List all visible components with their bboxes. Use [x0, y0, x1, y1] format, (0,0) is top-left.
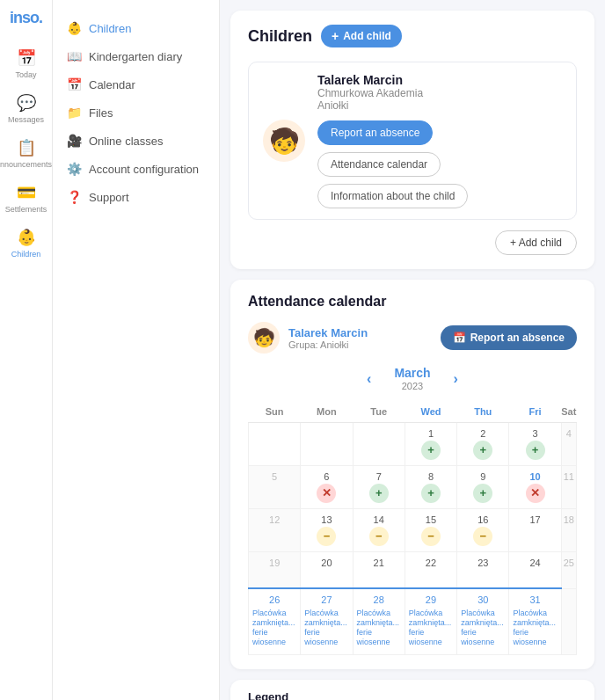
calendar-cell-r3c1: 20	[301, 551, 353, 588]
add-child-label: Add child	[343, 30, 391, 42]
report-absence-calendar-button[interactable]: 📅 Report an absence	[441, 325, 577, 350]
calendar-cell-r4c3: 29Placówka zamknięta... ferie wiosenne	[405, 588, 456, 654]
mini-child-name: Talarek Marcin	[288, 326, 368, 339]
main-sidebar: 👶Children📖Kindergarten diary📅Calendar📁Fi…	[53, 0, 220, 700]
calendar-cell-r1c6: 11	[561, 465, 576, 508]
calendar-cell-r1c0: 5	[249, 465, 301, 508]
attendance-calendar-button[interactable]: Attendance calendar	[317, 152, 441, 177]
children-title: Children	[248, 27, 312, 46]
account-configuration-menu-icon: ⚙️	[67, 162, 82, 176]
calendar-cell-r4c1: 27Placówka zamknięta... ferie wiosenne	[301, 588, 353, 654]
announcements-label: nnouncements	[0, 160, 52, 169]
report-absence-button[interactable]: Report an absence	[317, 120, 433, 145]
calendar-cell-r0c4: 2+	[457, 422, 509, 465]
messages-label: Messages	[8, 115, 44, 124]
add-child-button[interactable]: + Add child	[321, 25, 402, 47]
today-label: Today	[15, 70, 36, 79]
sidebar-item-kindergarten-diary[interactable]: 📖Kindergarten diary	[53, 42, 219, 70]
children-menu-label: Children	[89, 22, 131, 35]
calendar-month-display: March 2023	[394, 366, 430, 392]
children-header: Children + Add child	[248, 25, 577, 47]
attendance-title: Attendance calendar	[248, 294, 577, 310]
calendar-cell-r0c6: 4	[561, 422, 576, 465]
settlements-label: Settlements	[5, 205, 47, 214]
calendar-menu-label: Calendar	[89, 78, 135, 91]
attendance-subheader: 🧒 Talarek Marcin Grupa: Aniołki 📅 Report…	[248, 322, 577, 354]
icon-nav-messages[interactable]: 💬Messages	[0, 86, 55, 131]
calendar-cell-r2c2: 14−	[353, 508, 405, 551]
icon-nav-settlements[interactable]: 💳Settlements	[0, 176, 55, 221]
child-card: 🧒 Talarek Marcin Chmurkowa Akademia Anio…	[248, 62, 577, 220]
calendar-cell-r3c4: 23	[457, 551, 509, 588]
calendar-cell-r0c1	[301, 422, 353, 465]
child-group: Aniołki	[317, 99, 562, 112]
attendance-section: Attendance calendar 🧒 Talarek Marcin Gru…	[230, 280, 594, 669]
calendar-cell-r0c5: 3+	[509, 422, 561, 465]
online-classes-menu-icon: 🎥	[67, 134, 82, 148]
content-area: Children + Add child 🧒 Talarek Marcin Ch…	[220, 0, 605, 700]
calendar-grid: SunMonTueWedThuFriSat 1+2+3+456✕7+8+9+10…	[248, 401, 577, 655]
calendar-cell-r1c5: 10✕	[509, 465, 561, 508]
calendar-cell-r1c3: 8+	[405, 465, 456, 508]
settlements-icon: 💳	[17, 183, 36, 202]
sidebar-item-online-classes[interactable]: 🎥Online classes	[53, 127, 219, 155]
calendar-menu-icon: 📅	[67, 77, 82, 91]
child-actions: Report an absence Attendance calendar In…	[317, 120, 562, 208]
calendar-cell-r3c0: 19	[249, 551, 301, 588]
calendar-cell-r1c2: 7+	[353, 465, 405, 508]
calendar-cell-r4c4: 30Placówka zamknięta... ferie wiosenne	[457, 588, 509, 654]
icon-nav-children[interactable]: 👶Children	[0, 221, 55, 266]
calendar-header-tue: Tue	[353, 401, 405, 423]
kindergarten-diary-menu-icon: 📖	[67, 49, 82, 63]
child-school: Chmurkowa Akademia	[317, 87, 562, 99]
sidebar-item-children[interactable]: 👶Children	[53, 14, 219, 42]
calendar-cell-r2c6: 18	[561, 508, 576, 551]
calendar-cell-r2c4: 16−	[457, 508, 509, 551]
calendar-cell-r3c2: 21	[353, 551, 405, 588]
next-month-arrow[interactable]: ›	[448, 368, 463, 390]
calendar-header-mon: Mon	[301, 401, 353, 423]
logo-text: inso.	[10, 9, 42, 26]
sidebar-item-files[interactable]: 📁Files	[53, 98, 219, 127]
children-label: Children	[11, 250, 41, 259]
add-child-bottom-button[interactable]: + Add child	[495, 230, 577, 255]
icon-nav-announcements[interactable]: 📋nnouncements	[0, 131, 55, 176]
calendar-cell-r2c3: 15−	[405, 508, 456, 551]
calendar-icon: 📅	[453, 332, 466, 344]
logo: inso.	[10, 9, 42, 27]
add-child-bottom: + Add child	[248, 230, 577, 255]
prev-month-arrow[interactable]: ‹	[361, 368, 376, 390]
icon-nav-today[interactable]: 📅Today	[0, 41, 55, 86]
info-child-button[interactable]: Information about the child	[317, 184, 468, 208]
calendar-header-sun: Sun	[249, 401, 301, 423]
calendar-cell-r3c6: 25	[561, 551, 576, 588]
today-icon: 📅	[17, 48, 36, 68]
calendar-cell-r4c5: 31Placówka zamknięta... ferie wiosenne	[509, 588, 561, 654]
calendar-cell-r1c1: 6✕	[301, 465, 353, 508]
children-icon: 👶	[17, 228, 36, 247]
report-absence-calendar-label: Report an absence	[470, 332, 565, 344]
files-menu-icon: 📁	[67, 106, 82, 120]
calendar-cell-r4c6	[561, 588, 576, 654]
online-classes-menu-label: Online classes	[89, 135, 164, 148]
calendar-cell-r4c0: 26Placówka zamknięta... ferie wiosenne	[249, 588, 301, 654]
support-menu-label: Support	[89, 191, 129, 204]
calendar-cell-r1c4: 9+	[457, 465, 509, 508]
sidebar-item-support[interactable]: ❓Support	[53, 183, 219, 211]
calendar-header-fri: Fri	[509, 401, 561, 423]
icon-sidebar: inso. 📅Today💬Messages📋nnouncements💳Settl…	[0, 0, 53, 700]
sidebar-item-account-configuration[interactable]: ⚙️Account configuration	[53, 155, 219, 183]
messages-icon: 💬	[17, 93, 36, 113]
mini-avatar: 🧒	[248, 322, 280, 354]
month-name: March	[394, 366, 430, 381]
kindergarten-diary-menu-label: Kindergarten diary	[89, 50, 182, 63]
sidebar-item-calendar[interactable]: 📅Calendar	[53, 70, 219, 98]
calendar-cell-r0c0	[249, 422, 301, 465]
calendar-cell-r3c3: 22	[405, 551, 456, 588]
children-menu-icon: 👶	[67, 21, 82, 35]
children-section: Children + Add child 🧒 Talarek Marcin Ch…	[230, 11, 594, 269]
calendar-header-thu: Thu	[457, 401, 509, 423]
calendar-cell-r2c1: 13−	[301, 508, 353, 551]
calendar-cell-r0c3: 1+	[405, 422, 456, 465]
calendar-header-sat: Sat	[561, 401, 576, 423]
